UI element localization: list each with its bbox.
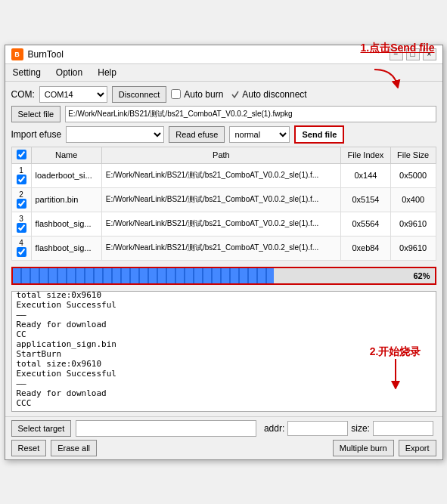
cell-path: E:/Work/NearLink/BS21/测试/bs21_ComboAT_V0… xyxy=(101,212,340,236)
disconnect-button[interactable]: Disconnect xyxy=(112,86,166,103)
arrow-1-icon xyxy=(371,66,401,88)
menu-help[interactable]: Help xyxy=(95,66,120,79)
com-select[interactable]: COM14 xyxy=(39,86,107,103)
col-path: Path xyxy=(101,147,340,163)
log-line: application_sign.bin xyxy=(17,339,431,349)
table-row: 3 flashboot_sig... E:/Work/NearLink/BS21… xyxy=(11,212,436,236)
file-table: Name Path File Index File Size 1 loaderb… xyxy=(11,147,436,261)
import-efuse-label: Import efuse xyxy=(11,129,62,140)
auto-burn-label: Auto burn xyxy=(184,89,223,100)
cell-index: 0xeb84 xyxy=(341,236,391,260)
log-line: Ready for download xyxy=(17,388,431,398)
log-line: CC xyxy=(17,329,431,339)
export-button[interactable]: Export xyxy=(399,440,436,456)
log-line: —— xyxy=(17,310,431,320)
send-file-button[interactable]: Send file xyxy=(294,125,344,144)
progress-label: 62% xyxy=(413,271,430,280)
file-path-input[interactable] xyxy=(65,106,436,122)
row-checkbox[interactable] xyxy=(17,175,26,184)
window-title: BurnTool xyxy=(28,49,64,60)
log-line: CCC xyxy=(17,398,431,408)
col-file-index: File Index xyxy=(341,147,391,163)
target-row: Select target addr: size: xyxy=(11,420,436,437)
bottom-section: Select target addr: size: Reset Erase al… xyxy=(5,416,442,459)
reset-button[interactable]: Reset xyxy=(11,440,47,456)
log-line: total size:0x9610 xyxy=(17,359,431,369)
col-check xyxy=(11,147,31,163)
addr-label: addr: xyxy=(264,423,284,434)
cell-name: partition.bin xyxy=(31,187,101,212)
cell-index: 0x5154 xyxy=(341,187,391,212)
col-name: Name xyxy=(31,147,101,163)
menu-setting[interactable]: Setting xyxy=(10,66,44,79)
multiple-burn-button[interactable]: Multiple burn xyxy=(333,440,394,456)
log-line: Execution Successful xyxy=(17,369,431,379)
select-target-input[interactable] xyxy=(76,420,256,437)
select-file-button[interactable]: Select file xyxy=(11,106,61,122)
log-line: StartBurn xyxy=(17,349,431,359)
cell-path: E:/Work/NearLink/BS21/测试/bs21_ComboAT_V0… xyxy=(101,236,340,260)
cell-path: E:/Work/NearLink/BS21/测试/bs21_ComboAT_V0… xyxy=(101,163,340,187)
com-label: COM: xyxy=(11,89,35,100)
log-line: —— xyxy=(17,379,431,388)
log-wrapper: StartBurntotal size:0x9610Execution Succ… xyxy=(11,291,436,412)
import-efuse-select[interactable] xyxy=(66,126,164,143)
arrow-2-icon xyxy=(384,359,407,389)
select-all-checkbox[interactable] xyxy=(17,150,26,159)
table-row: 4 flashboot_sig... E:/Work/NearLink/BS21… xyxy=(11,236,436,260)
row-checkbox[interactable] xyxy=(17,223,26,233)
cell-size: 0x400 xyxy=(390,187,436,212)
col-file-size: File Size xyxy=(390,147,436,163)
row-checkbox[interactable] xyxy=(17,247,26,257)
main-window: B BurnTool − □ × Setting Option Help 1.点… xyxy=(5,45,443,460)
erase-all-button[interactable]: Erase all xyxy=(51,440,97,456)
select-target-button[interactable]: Select target xyxy=(11,420,72,437)
cell-name: loaderboot_si... xyxy=(31,163,101,187)
import-efuse-row: Import efuse Read efuse normal Send file xyxy=(11,125,436,144)
cell-index: 0x144 xyxy=(341,163,391,187)
log-line: Execution Successful xyxy=(17,300,431,310)
cell-size: 0x9610 xyxy=(390,212,436,236)
size-input[interactable] xyxy=(373,421,433,436)
row-checkbox[interactable] xyxy=(17,199,26,209)
progress-bar xyxy=(13,268,275,283)
log-line: Ready for download xyxy=(17,320,431,329)
log-line: total size:0x9610 xyxy=(17,291,431,300)
table-row: 2 partition.bin E:/Work/NearLink/BS21/测试… xyxy=(11,187,436,212)
cell-size: 0x9610 xyxy=(390,236,436,260)
size-label: size: xyxy=(351,423,370,434)
efuse-mode-select[interactable]: normal xyxy=(229,126,290,143)
menu-option[interactable]: Option xyxy=(53,66,85,79)
addr-input[interactable] xyxy=(287,421,348,436)
checkmark-icon xyxy=(231,90,240,99)
cell-name: flashboot_sig... xyxy=(31,212,101,236)
cell-size: 0x5000 xyxy=(390,163,436,187)
footer-row: Reset Erase all Multiple burn Export xyxy=(11,440,436,456)
cell-name: flashboot_sig... xyxy=(31,236,101,260)
select-file-row: Select file xyxy=(11,106,436,122)
table-row: 1 loaderboot_si... E:/Work/NearLink/BS21… xyxy=(11,163,436,187)
annotation-1: 1.点击Send file xyxy=(360,42,434,55)
app-icon: B xyxy=(11,48,23,60)
auto-disconnect-label: Auto disconnect xyxy=(242,89,306,100)
progress-container: 62% xyxy=(11,267,436,285)
read-efuse-button[interactable]: Read efuse xyxy=(169,126,225,143)
cell-path: E:/Work/NearLink/BS21/测试/bs21_ComboAT_V0… xyxy=(101,187,340,212)
auto-burn-row: Auto burn xyxy=(171,89,223,100)
auto-burn-checkbox[interactable] xyxy=(171,89,181,99)
annotation-2: 2.开始烧录 xyxy=(370,345,421,359)
main-content: COM: COM14 Disconnect Auto burn Auto dis… xyxy=(5,82,442,416)
cell-index: 0x5564 xyxy=(341,212,391,236)
